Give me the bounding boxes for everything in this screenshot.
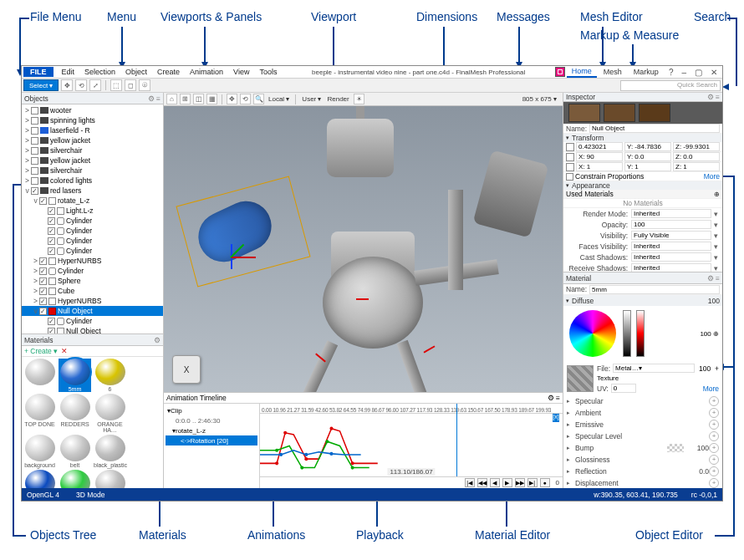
render-prop-value[interactable]: Inherited [631,263,711,272]
tree-row[interactable]: Null Object [22,326,163,333]
material-swatch[interactable] [94,470,126,488]
visibility-checkbox[interactable] [48,247,55,255]
tree-row[interactable]: >wooter [22,105,163,115]
add-icon[interactable]: + [709,466,719,476]
gizmo-x-axis[interactable] [231,257,256,258]
material-swatch[interactable]: TOP DONE [23,394,56,433]
material-swatch[interactable]: black_plastic [94,435,126,468]
axis-cube-widget[interactable]: X [172,355,201,384]
coord-space-dropdown[interactable]: Local ▾ [267,95,291,103]
file-menu-button[interactable]: FILE [23,67,54,77]
material-channel-row[interactable]: ▸Glossiness+ [563,454,722,466]
gear-icon[interactable]: ⚙ ≡ [707,274,720,283]
material-swatch[interactable]: REDDERS [59,394,91,433]
visibility-checkbox[interactable] [31,147,38,155]
anchor-icon[interactable] [566,163,574,171]
anchor-icon[interactable] [566,143,574,151]
add-icon[interactable]: ⊕ [714,191,720,198]
tree-row[interactable]: Light.L-z [22,206,163,216]
visibility-checkbox[interactable] [48,227,55,235]
menu-view[interactable]: View [228,67,254,77]
viewport-button[interactable]: ◫ [193,94,204,104]
timeline-track-parent[interactable]: ▾ rotate_L-z [166,425,257,435]
render-prop-value[interactable]: 100 [631,220,711,229]
visibility-checkbox[interactable] [39,308,47,315]
chevron-down-icon[interactable]: ▾ [711,210,720,218]
visibility-checkbox[interactable] [39,298,47,305]
viewport-button[interactable]: ☀ [354,94,364,104]
maximize-button[interactable]: ▢ [691,68,706,77]
gear-icon[interactable]: ⚙ ≡ [148,94,161,103]
material-swatch[interactable]: belt [59,435,91,468]
tree-row[interactable]: >spinning lights [22,115,163,125]
tree-row[interactable]: >yellow jacket [22,155,163,165]
visibility-checkbox[interactable] [39,288,47,295]
tree-row[interactable]: >yellow jacket [22,135,163,145]
visibility-checkbox[interactable] [31,187,38,195]
hue-slider[interactable] [636,310,645,357]
uv-field[interactable]: 0 [611,384,636,393]
visibility-checkbox[interactable] [48,217,55,225]
material-name-field[interactable]: 5mm [589,285,720,294]
quick-search-input[interactable]: Quick Search [620,80,721,91]
viewport-dimensions[interactable]: 805 x 675 ▾ [519,95,560,103]
pos-z[interactable]: Z: -99.9301 [673,142,720,151]
visibility-checkbox[interactable] [31,137,38,145]
visibility-checkbox[interactable] [39,277,47,285]
timeline-track[interactable]: <·> Rotation [20] [166,435,257,445]
gear-icon[interactable]: ⚙ ≡ [707,93,720,101]
select-tool-button[interactable]: Select ▾ [23,79,59,91]
visibility-checkbox[interactable] [31,157,38,165]
tree-row[interactable]: >laserfield - R [22,125,163,135]
rot-z[interactable]: Z: 0.0 [673,152,720,161]
scl-z[interactable]: Z: 1 [673,162,720,171]
chevron-down-icon[interactable]: ▾ [711,242,720,251]
objects-tree[interactable]: >wooter>spinning lights>laserfield - R>y… [22,104,163,333]
thumbnail[interactable] [604,104,635,122]
more-link[interactable]: More [703,384,719,393]
add-icon[interactable]: + [709,478,719,488]
add-icon[interactable]: + [715,364,719,373]
color-wheel[interactable] [569,310,616,357]
menu-create[interactable]: Create [152,67,185,77]
chevron-down-icon[interactable]: ▾ [711,264,720,272]
add-icon[interactable]: + [709,455,719,465]
render-prop-value[interactable]: Inherited [631,252,711,262]
tree-row[interactable]: >Cube [22,286,163,296]
more-link[interactable]: More [704,172,720,181]
chevron-down-icon[interactable]: ▾ [711,253,720,262]
visibility-checkbox[interactable] [48,328,55,334]
add-icon[interactable]: + [709,420,719,430]
timeline-clip-row[interactable]: ▾ Clip [166,405,257,415]
menu-tools[interactable]: Tools [254,67,282,77]
material-create-button[interactable]: + Create ▾ [24,347,58,355]
material-swatch[interactable] [59,470,91,488]
render-prop-value[interactable]: Inherited [631,209,711,218]
material-channel-row[interactable]: ▸Specular Level+ [563,430,722,442]
add-icon[interactable]: + [709,408,719,418]
timeline-track-tree[interactable]: ▾ Clip 0:0.0 .. 2:46:30 ▾ rotate_L-z <·>… [164,404,260,488]
texture-file-field[interactable]: Metal…▾ [613,364,695,373]
material-swatch[interactable] [23,470,56,488]
visibility-checkbox[interactable] [39,257,47,265]
help-button[interactable]: ? [665,68,677,77]
viewport-button[interactable]: ⌂ [166,94,177,104]
material-channel-row[interactable]: ▸Emissive+ [563,419,722,430]
tree-row[interactable]: >HyperNURBS [22,296,163,306]
playback-next[interactable]: ▶▶ [515,478,525,487]
tree-row[interactable]: >HyperNURBS [22,256,163,266]
viewport-button[interactable]: ⊞ [180,94,191,104]
tool-button[interactable]: ⟲ [75,79,87,91]
tool-button[interactable]: ⦾ [139,79,150,91]
tab-mesh[interactable]: Mesh [599,67,627,77]
chevron-down-icon[interactable]: ▾ [711,232,720,240]
material-delete-button[interactable]: ✕ [61,347,68,355]
playback-prev[interactable]: ◀ [490,478,500,487]
tree-row[interactable]: Cylinder [22,236,163,246]
tool-button[interactable]: ⬚ [110,79,122,91]
visibility-checkbox[interactable] [31,177,38,185]
viewport-button[interactable]: 🔍 [253,94,264,104]
tree-row[interactable]: >Sphere [22,276,163,286]
viewport-button[interactable]: ▦ [206,94,217,104]
menu-selection[interactable]: Selection [79,67,120,77]
